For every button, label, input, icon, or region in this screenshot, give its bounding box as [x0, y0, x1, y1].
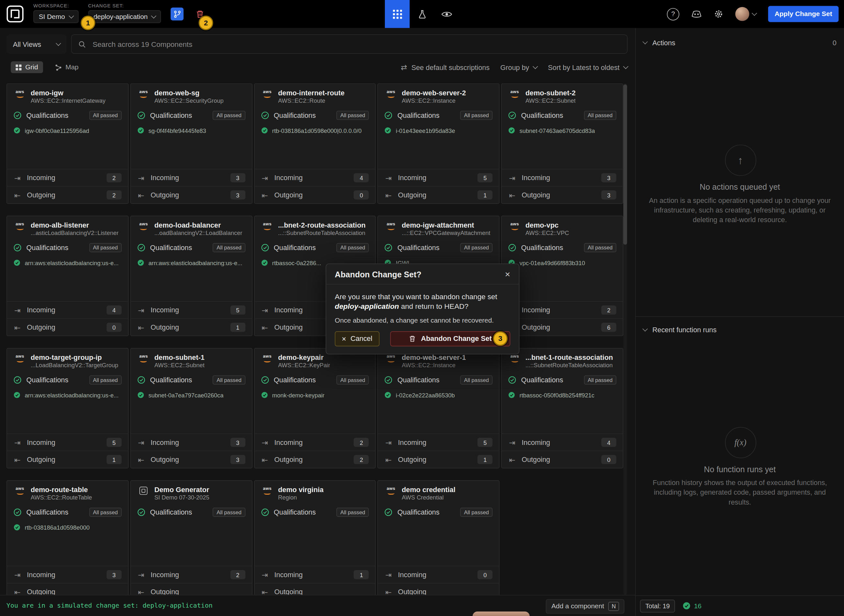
- component-card[interactable]: aws demo-web-server-2 AWS::EC2::Instance…: [378, 84, 500, 204]
- cancel-button[interactable]: × Cancel: [335, 331, 379, 346]
- qualifications-row[interactable]: Qualifications All passed: [385, 375, 493, 384]
- incoming-row[interactable]: ⇥ Incoming 2: [254, 433, 376, 451]
- map-toggle[interactable]: Map: [54, 61, 83, 73]
- add-component-button[interactable]: Add a component N: [546, 599, 625, 613]
- outgoing-row[interactable]: ⇤ Outgoing 2: [254, 451, 376, 468]
- up-arrow-icon: ↑: [738, 154, 743, 167]
- qualifications-row[interactable]: Qualifications All passed: [137, 508, 245, 517]
- qualifications-row[interactable]: Qualifications All passed: [13, 508, 121, 517]
- qualifications-row[interactable]: Qualifications All passed: [13, 111, 121, 120]
- outgoing-row[interactable]: ⇤ Outgoing 3: [502, 186, 623, 204]
- grid-toggle[interactable]: Grid: [11, 61, 43, 73]
- outgoing-row[interactable]: ⇤ Outgoing 1: [131, 318, 252, 336]
- component-card[interactable]: aws demo-igw AWS::EC2::InternetGateway Q…: [6, 84, 128, 204]
- qualifications-row[interactable]: Qualifications All passed: [385, 508, 493, 517]
- incoming-row[interactable]: ⇥ Incoming 3: [502, 169, 623, 186]
- component-card[interactable]: aws demo-subnet-1 AWS::EC2::Subnet Quali…: [130, 348, 252, 468]
- outgoing-row[interactable]: ⇤ Outgoing: [378, 583, 499, 595]
- user-menu[interactable]: [735, 7, 756, 21]
- incoming-row[interactable]: ⇥ Incoming 4: [502, 433, 623, 451]
- component-card[interactable]: aws ...bnet-1-route-association ...::Sub…: [501, 348, 623, 468]
- gear-icon[interactable]: [714, 9, 723, 19]
- outgoing-row[interactable]: ⇤ Outgoing: [254, 583, 376, 595]
- component-card[interactable]: aws demo-web-server-1 AWS::EC2::Instance…: [378, 348, 500, 468]
- workspace-select[interactable]: SI Demo: [34, 10, 78, 23]
- incoming-row[interactable]: ⇥ Incoming 3: [7, 566, 128, 583]
- outgoing-row[interactable]: ⇤ Outgoing 3: [131, 186, 252, 204]
- group-by-select[interactable]: Group by: [500, 63, 537, 71]
- incoming-row[interactable]: ⇥ Incoming 5: [378, 169, 499, 186]
- incoming-row[interactable]: ⇥ Incoming 1: [254, 566, 376, 583]
- component-card[interactable]: aws demo-web-sg AWS::EC2::SecurityGroup …: [130, 84, 252, 204]
- incoming-row[interactable]: ⇥ Incoming 2: [131, 566, 252, 583]
- qualifications-row[interactable]: Qualifications All passed: [385, 111, 493, 120]
- views-select[interactable]: All Views: [6, 34, 67, 54]
- si-logo[interactable]: [6, 6, 24, 23]
- incoming-row[interactable]: ⇥ Incoming 5: [7, 433, 128, 451]
- help-icon[interactable]: ?: [667, 8, 679, 20]
- outgoing-row[interactable]: ⇤ Outgoing 0: [254, 186, 376, 204]
- see-default-subscriptions[interactable]: ⇄ See default subscriptions: [401, 63, 489, 72]
- outgoing-row[interactable]: ⇤ Outgoing 6: [502, 318, 623, 336]
- incoming-row[interactable]: ⇥ Incoming 5: [131, 301, 252, 318]
- component-card[interactable]: Demo Generator SI Demo 07-30-2025 Qualif…: [130, 480, 252, 595]
- qualifications-row[interactable]: Qualifications All passed: [261, 111, 369, 120]
- qualifications-row[interactable]: Qualifications All passed: [508, 111, 616, 120]
- incoming-row[interactable]: ⇥ Incoming 2: [502, 301, 623, 318]
- incoming-row[interactable]: ⇥ Incoming 5: [378, 433, 499, 451]
- discord-icon[interactable]: [691, 10, 702, 18]
- qualifications-row[interactable]: Qualifications All passed: [137, 243, 245, 252]
- tab-grid-view[interactable]: [385, 0, 410, 28]
- component-card[interactable]: aws demo-load-balancer ...oadBalancingV2…: [130, 216, 252, 336]
- grid-scrollbar[interactable]: [623, 84, 627, 595]
- tab-audit-view[interactable]: [434, 0, 459, 28]
- qualifications-row[interactable]: Qualifications All passed: [13, 375, 121, 384]
- component-card[interactable]: aws demo-vpc AWS::EC2::VPC Qualification…: [501, 216, 623, 336]
- card-title-group: demo-web-server-2 AWS::EC2::Instance: [401, 89, 466, 104]
- incoming-row[interactable]: ⇥ Incoming 4: [254, 169, 376, 186]
- outgoing-row[interactable]: ⇤ Outgoing 0: [502, 451, 623, 468]
- qualifications-row[interactable]: Qualifications All passed: [137, 111, 245, 120]
- outgoing-row[interactable]: ⇤ Outgoing 1: [378, 186, 499, 204]
- qualifications-row[interactable]: Qualifications All passed: [261, 375, 369, 384]
- scrollbar-thumb[interactable]: [623, 84, 627, 245]
- component-card[interactable]: aws demo-route-table AWS::EC2::RouteTabl…: [6, 480, 128, 595]
- outgoing-row[interactable]: ⇤ Outgoing 1: [378, 451, 499, 468]
- abandon-changeset-button[interactable]: Abandon Change Set: [390, 331, 510, 346]
- tab-lab-view[interactable]: [410, 0, 434, 28]
- incoming-row[interactable]: ⇥ Incoming 3: [131, 169, 252, 186]
- component-card[interactable]: aws demo-keypair AWS::EC2::KeyPair Quali…: [254, 348, 376, 468]
- incoming-row[interactable]: ⇥ Incoming 2: [7, 169, 128, 186]
- qualifications-row[interactable]: Qualifications All passed: [385, 243, 493, 252]
- all-passed-badge: All passed: [460, 508, 493, 517]
- component-card[interactable]: aws demo credential AWS Credential Quali…: [378, 480, 500, 595]
- changeset-select[interactable]: deploy-application: [88, 10, 161, 23]
- qualifications-row[interactable]: Qualifications All passed: [137, 375, 245, 384]
- apply-changeset-button[interactable]: Apply Change Set: [768, 6, 838, 22]
- incoming-row[interactable]: ⇥ Incoming 4: [7, 301, 128, 318]
- qualifications-row[interactable]: Qualifications All passed: [508, 243, 616, 252]
- qualifications-row[interactable]: Qualifications All passed: [261, 508, 369, 517]
- create-changeset-button[interactable]: [171, 7, 184, 20]
- functions-section-header[interactable]: Recent function runs: [636, 323, 844, 337]
- qualifications-row[interactable]: Qualifications All passed: [508, 375, 616, 384]
- qualifications-row[interactable]: Qualifications All passed: [13, 243, 121, 252]
- outgoing-row[interactable]: ⇤ Outgoing 1: [7, 451, 128, 468]
- close-icon[interactable]: ×: [505, 270, 510, 279]
- component-card[interactable]: aws demo-subnet-2 AWS::EC2::Subnet Quali…: [501, 84, 623, 204]
- qualifications-row[interactable]: Qualifications All passed: [261, 243, 369, 252]
- incoming-row[interactable]: ⇥ Incoming 0: [378, 566, 499, 583]
- component-card[interactable]: aws demo-internet-route AWS::EC2::Route …: [254, 84, 376, 204]
- outgoing-row[interactable]: ⇤ Outgoing 2: [7, 186, 128, 204]
- outgoing-row[interactable]: ⇤ Outgoing: [131, 583, 252, 595]
- outgoing-row[interactable]: ⇤ Outgoing 3: [131, 451, 252, 468]
- sort-select[interactable]: Sort by Latest to oldest: [548, 63, 628, 71]
- outgoing-row[interactable]: ⇤ Outgoing 0: [7, 318, 128, 336]
- component-card[interactable]: aws demo-target-group-ip ...LoadBalancin…: [6, 348, 128, 468]
- search-input[interactable]: [91, 40, 621, 48]
- component-card[interactable]: aws demo-alb-listener ...asticLoadBalanc…: [6, 216, 128, 336]
- component-card[interactable]: aws demo virginia Region Qualifications …: [254, 480, 376, 595]
- outgoing-row[interactable]: ⇤ Outgoing: [7, 583, 128, 595]
- incoming-row[interactable]: ⇥ Incoming 3: [131, 433, 252, 451]
- actions-section-header[interactable]: Actions 0: [636, 36, 844, 50]
